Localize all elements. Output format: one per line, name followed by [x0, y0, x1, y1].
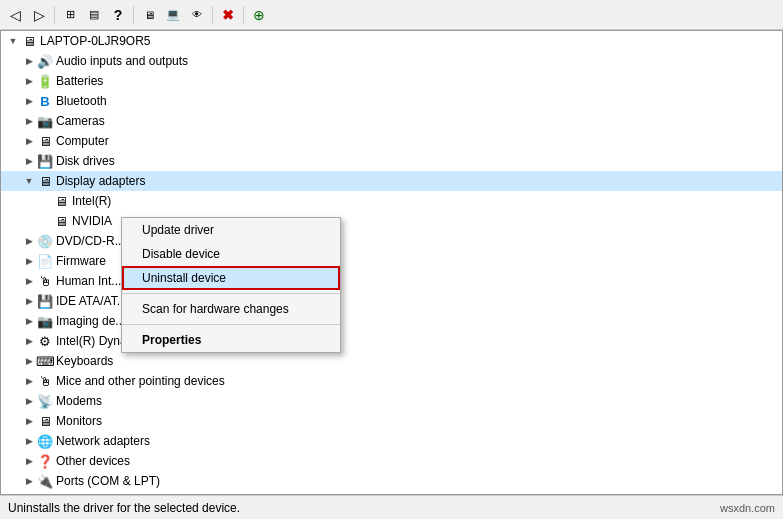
- monitors-expander[interactable]: ▶: [21, 413, 37, 429]
- other-label: Other devices: [56, 454, 130, 468]
- tree-item-human[interactable]: ▶ 🖱 Human Int...: [1, 271, 782, 291]
- computer-label: Computer: [56, 134, 109, 148]
- tree-item-audio[interactable]: ▶ 🔊 Audio inputs and outputs: [1, 51, 782, 71]
- display-icon: 🖥: [37, 173, 53, 189]
- ctx-separator-1: [122, 293, 340, 294]
- cameras-icon: 📷: [37, 113, 53, 129]
- separator-2: [133, 6, 134, 24]
- ctx-update-driver[interactable]: Update driver: [122, 218, 340, 242]
- imaging-label: Imaging de...: [56, 314, 125, 328]
- tree-item-dvd[interactable]: ▶ 💿 DVD/CD-R...: [1, 231, 782, 251]
- ide-expander[interactable]: ▶: [21, 293, 37, 309]
- cameras-label: Cameras: [56, 114, 105, 128]
- audio-label: Audio inputs and outputs: [56, 54, 188, 68]
- device-tree[interactable]: ▼ 🖥 LAPTOP-0LJR9OR5 ▶ 🔊 Audio inputs and…: [0, 30, 783, 495]
- ctx-scan-hardware[interactable]: Scan for hardware changes: [122, 297, 340, 321]
- tree-item-mice[interactable]: ▶ 🖱 Mice and other pointing devices: [1, 371, 782, 391]
- disk-expander[interactable]: ▶: [21, 153, 37, 169]
- dvd-expander[interactable]: ▶: [21, 233, 37, 249]
- tree-item-computer[interactable]: ▶ 🖥 Computer: [1, 131, 782, 151]
- other-icon: ❓: [37, 453, 53, 469]
- tree-item-keyboards[interactable]: ▶ ⌨ Keyboards: [1, 351, 782, 371]
- audio-expander[interactable]: ▶: [21, 53, 37, 69]
- tree-item-modems[interactable]: ▶ 📡 Modems: [1, 391, 782, 411]
- show-hidden-button[interactable]: 👁: [186, 4, 208, 26]
- tree-item-thermal[interactable]: ▶ ⚙ Intel(R) Dynamic Platform and Therma…: [1, 331, 782, 351]
- nvidia-expander: [37, 213, 53, 229]
- dvd-label: DVD/CD-R...: [56, 234, 125, 248]
- display-label: Display adapters: [56, 174, 145, 188]
- back-button[interactable]: ◁: [4, 4, 26, 26]
- bluetooth-expander[interactable]: ▶: [21, 93, 37, 109]
- mice-expander[interactable]: ▶: [21, 373, 37, 389]
- mice-icon: 🖱: [37, 373, 53, 389]
- human-label: Human Int...: [56, 274, 121, 288]
- batteries-label: Batteries: [56, 74, 103, 88]
- update-driver-button[interactable]: ▤: [83, 4, 105, 26]
- human-expander[interactable]: ▶: [21, 273, 37, 289]
- ctx-separator-2: [122, 324, 340, 325]
- tree-item-disk[interactable]: ▶ 💾 Disk drives: [1, 151, 782, 171]
- batteries-icon: 🔋: [37, 73, 53, 89]
- uninstall-button[interactable]: ✖: [217, 4, 239, 26]
- tree-item-bluetooth[interactable]: ▶ B Bluetooth: [1, 91, 782, 111]
- display-expander[interactable]: ▼: [21, 173, 37, 189]
- device-manager-button[interactable]: 🖥: [138, 4, 160, 26]
- tree-root[interactable]: ▼ 🖥 LAPTOP-0LJR9OR5: [1, 31, 782, 51]
- main-area: ▼ 🖥 LAPTOP-0LJR9OR5 ▶ 🔊 Audio inputs and…: [0, 30, 783, 495]
- mice-label: Mice and other pointing devices: [56, 374, 225, 388]
- ctx-uninstall-device[interactable]: Uninstall device: [122, 266, 340, 290]
- firmware-label: Firmware: [56, 254, 106, 268]
- tree-item-other[interactable]: ▶ ❓ Other devices: [1, 451, 782, 471]
- status-bar: Uninstalls the driver for the selected d…: [0, 495, 783, 519]
- dvd-icon: 💿: [37, 233, 53, 249]
- bluetooth-icon: B: [37, 93, 53, 109]
- tree-item-network[interactable]: ▶ 🌐 Network adapters: [1, 431, 782, 451]
- print-expander[interactable]: ▶: [21, 493, 37, 495]
- print-label: Print queues: [56, 494, 123, 495]
- modems-icon: 📡: [37, 393, 53, 409]
- tree-item-print[interactable]: ▶ 🖨 Print queues: [1, 491, 782, 495]
- bluetooth-label: Bluetooth: [56, 94, 107, 108]
- modems-expander[interactable]: ▶: [21, 393, 37, 409]
- disk-label: Disk drives: [56, 154, 115, 168]
- tree-item-batteries[interactable]: ▶ 🔋 Batteries: [1, 71, 782, 91]
- ctx-disable-device[interactable]: Disable device: [122, 242, 340, 266]
- ide-icon: 💾: [37, 293, 53, 309]
- ports-expander[interactable]: ▶: [21, 473, 37, 489]
- root-label: LAPTOP-0LJR9OR5: [40, 34, 151, 48]
- tree-item-intel[interactable]: 🖥 Intel(R): [1, 191, 782, 211]
- network-expander[interactable]: ▶: [21, 433, 37, 449]
- ctx-properties[interactable]: Properties: [122, 328, 340, 352]
- keyboards-label: Keyboards: [56, 354, 113, 368]
- disk-icon: 💾: [37, 153, 53, 169]
- intel-icon: 🖥: [53, 193, 69, 209]
- toolbar: ◁ ▷ ⊞ ▤ ? 🖥 💻 👁 ✖ ⊕: [0, 0, 783, 30]
- computer-button[interactable]: 💻: [162, 4, 184, 26]
- tree-item-ide[interactable]: ▶ 💾 IDE ATA/AT...: [1, 291, 782, 311]
- properties-button[interactable]: ⊞: [59, 4, 81, 26]
- batteries-expander[interactable]: ▶: [21, 73, 37, 89]
- tree-item-ports[interactable]: ▶ 🔌 Ports (COM & LPT): [1, 471, 782, 491]
- keyboards-icon: ⌨: [37, 353, 53, 369]
- imaging-expander[interactable]: ▶: [21, 313, 37, 329]
- forward-button[interactable]: ▷: [28, 4, 50, 26]
- print-icon: 🖨: [37, 493, 53, 495]
- ide-label: IDE ATA/AT...: [56, 294, 127, 308]
- tree-item-display[interactable]: ▼ 🖥 Display adapters: [1, 171, 782, 191]
- help-button[interactable]: ?: [107, 4, 129, 26]
- computer-expander[interactable]: ▶: [21, 133, 37, 149]
- tree-item-imaging[interactable]: ▶ 📷 Imaging de...: [1, 311, 782, 331]
- tree-item-firmware[interactable]: ▶ 📄 Firmware: [1, 251, 782, 271]
- root-expander[interactable]: ▼: [5, 33, 21, 49]
- thermal-expander[interactable]: ▶: [21, 333, 37, 349]
- tree-item-nvidia[interactable]: 🖥 NVIDIA: [1, 211, 782, 231]
- audio-icon: 🔊: [37, 53, 53, 69]
- tree-item-cameras[interactable]: ▶ 📷 Cameras: [1, 111, 782, 131]
- status-url: wsxdn.com: [720, 502, 775, 514]
- tree-item-monitors[interactable]: ▶ 🖥 Monitors: [1, 411, 782, 431]
- scan-button[interactable]: ⊕: [248, 4, 270, 26]
- cameras-expander[interactable]: ▶: [21, 113, 37, 129]
- firmware-expander[interactable]: ▶: [21, 253, 37, 269]
- other-expander[interactable]: ▶: [21, 453, 37, 469]
